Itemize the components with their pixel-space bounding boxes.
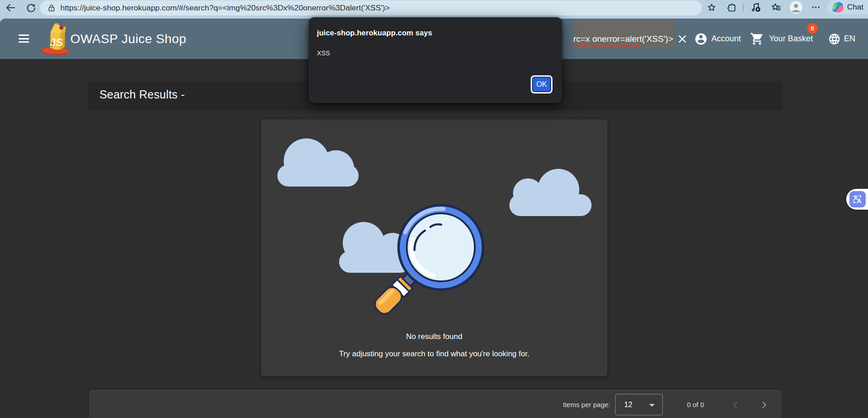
browser-back-button[interactable]: [3, 0, 18, 15]
alert-ok-button[interactable]: OK: [532, 77, 551, 92]
page-range-label: 0 of 0: [673, 389, 718, 418]
alert-dialog-title: juice-shop.herokuapp.com says: [317, 29, 552, 37]
basket-count-badge: 0: [807, 23, 818, 34]
extensions-button[interactable]: [725, 0, 739, 15]
favorites-star-list-icon: [771, 2, 781, 13]
paginator: Items per page: 12 0 of 0: [89, 389, 782, 418]
basket-button[interactable]: Your Basket: [750, 19, 813, 59]
no-results-card: No results found Try adjusting your sear…: [261, 119, 607, 376]
alert-dialog-message: XSS: [317, 49, 552, 57]
close-icon: [677, 34, 687, 44]
favorites-button[interactable]: [769, 0, 783, 15]
profile-button[interactable]: [789, 0, 803, 15]
juice-shop-logo: JS: [39, 20, 74, 58]
browser-refresh-button[interactable]: [23, 0, 39, 15]
no-results-title: No results found: [261, 332, 607, 341]
svg-text:JS: JS: [49, 36, 63, 49]
language-button[interactable]: EN: [828, 19, 855, 59]
items-per-page-label: Items per page:: [563, 389, 610, 418]
copilot-chat-label[interactable]: Chat: [847, 0, 863, 15]
media-controls-button[interactable]: [749, 0, 763, 15]
page-size-select[interactable]: 12: [615, 394, 663, 415]
bookmark-star-button[interactable]: [705, 0, 718, 15]
search-input[interactable]: src=x onerror=alert('XSS')>: [573, 20, 675, 48]
search-input-value: src=x onerror=alert('XSS')>: [573, 34, 673, 44]
basket-label: Your Basket: [769, 34, 813, 44]
language-label: EN: [844, 34, 855, 44]
translate-button[interactable]: [846, 189, 868, 210]
ellipsis-icon: [811, 2, 821, 12]
account-button[interactable]: Account: [694, 19, 741, 59]
copilot-icon: [832, 1, 844, 13]
previous-page-button[interactable]: [725, 395, 745, 415]
cart-icon: [750, 32, 764, 46]
globe-icon: [828, 33, 841, 45]
next-page-button[interactable]: [754, 395, 774, 415]
chrome-separator: [743, 3, 744, 12]
media-note-icon: [750, 2, 761, 13]
account-label: Account: [711, 34, 741, 44]
browser-menu-button[interactable]: [809, 0, 823, 15]
address-bar[interactable]: https://juice-shop.herokuapp.com/#/searc…: [40, 0, 702, 15]
no-results-hint: Try adjusting your search to find what y…: [261, 349, 607, 359]
puzzle-icon: [727, 2, 737, 12]
cloud-top-left: [277, 138, 359, 187]
refresh-icon: [26, 3, 36, 13]
browser-chrome: https://juice-shop.herokuapp.com/#/searc…: [0, 0, 868, 19]
select-arrow-icon: [649, 403, 655, 407]
page-size-value: 12: [616, 401, 632, 409]
app-title: OWASP Juice Shop: [70, 19, 186, 59]
translate-icon: [849, 191, 866, 207]
profile-avatar-icon: [789, 1, 803, 14]
search-close-button[interactable]: [677, 19, 688, 59]
chevron-right-icon: [759, 399, 769, 410]
cloud-right: [509, 169, 592, 216]
alert-dialog: juice-shop.herokuapp.com says XSS OK: [309, 17, 562, 103]
account-icon: [694, 32, 708, 46]
site-lock-icon: [47, 4, 56, 12]
back-arrow-icon: [5, 2, 16, 13]
url-text: https://juice-shop.herokuapp.com/#/searc…: [60, 0, 390, 15]
alert-ok-focus-ring: OK: [531, 75, 552, 93]
sidenav-menu-button[interactable]: [19, 34, 29, 43]
star-icon: [707, 3, 716, 12]
chevron-left-icon: [730, 399, 741, 410]
